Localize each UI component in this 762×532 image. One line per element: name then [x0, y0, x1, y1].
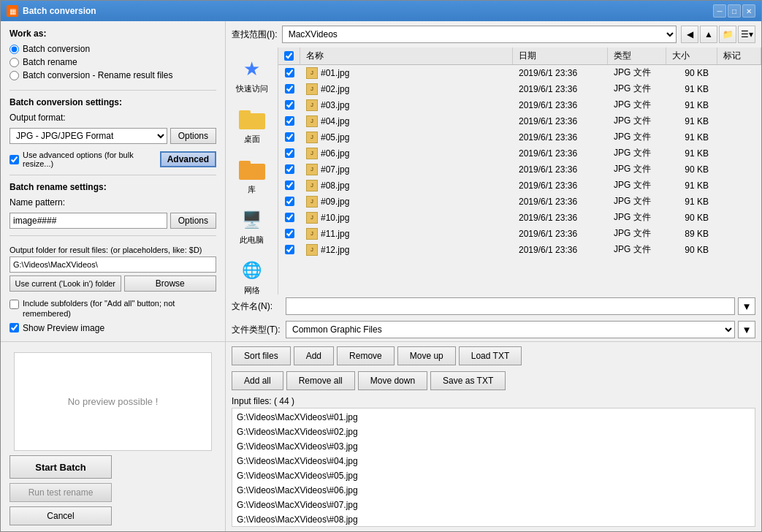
remove-button[interactable]: Remove — [337, 346, 395, 365]
row-size-4: 91 KB — [666, 132, 717, 142]
row-check-0[interactable] — [278, 68, 300, 77]
radio-batch-conversion-rename[interactable]: Batch conversion - Rename result files — [9, 70, 216, 80]
table-row[interactable]: J #03.jpg 2019/6/1 23:36 JPG 文件 91 KB — [278, 97, 761, 113]
row-check-3[interactable] — [278, 116, 300, 126]
row-size-2: 91 KB — [666, 100, 717, 110]
filetype-select[interactable]: Common Graphic Files — [286, 321, 735, 338]
file-browser-body: ★ 快速访问 桌面 — [226, 48, 761, 294]
advanced-checkbox-label[interactable]: Use advanced options (for bulk resize...… — [9, 151, 156, 168]
show-preview-checkbox[interactable] — [9, 323, 19, 332]
show-preview-label[interactable]: Show Preview image — [9, 323, 216, 333]
browse-button[interactable]: Browse — [124, 276, 216, 292]
col-header-name[interactable]: 名称 — [300, 48, 513, 64]
input-files-list[interactable]: G:\Videos\MacXVideos\#01.jpgG:\Videos\Ma… — [232, 408, 755, 527]
add-all-button[interactable]: Add all — [232, 371, 283, 390]
row-check-2[interactable] — [278, 100, 300, 110]
look-in-select[interactable]: MacXVideos — [282, 26, 677, 43]
table-row[interactable]: J #10.jpg 2019/6/1 23:36 JPG 文件 90 KB — [278, 210, 761, 226]
load-txt-button[interactable]: Load TXT — [459, 346, 522, 365]
row-check-8[interactable] — [278, 197, 300, 206]
nav-item-network[interactable]: 🌐 网络 — [227, 252, 277, 294]
cancel-button[interactable]: Cancel — [9, 506, 112, 525]
nav-item-desktop[interactable]: 桌面 — [227, 101, 277, 150]
advanced-button[interactable]: Advanced — [160, 151, 216, 167]
file-list-area: 名称 日期 类型 大小 标记 J #01.jpg 2019/6 — [278, 48, 761, 294]
table-row[interactable]: J #09.jpg 2019/6/1 23:36 JPG 文件 91 KB — [278, 194, 761, 210]
bottom-section: No preview possible ! Start Batch Run te… — [1, 341, 761, 531]
save-as-txt-button[interactable]: Save as TXT — [430, 371, 506, 390]
table-row[interactable]: J #06.jpg 2019/6/1 23:36 JPG 文件 91 KB — [278, 145, 761, 162]
add-button[interactable]: Add — [294, 346, 334, 365]
row-size-3: 91 KB — [666, 116, 717, 126]
include-subfolders-label[interactable]: Include subfolders (for "Add all" button… — [9, 298, 216, 319]
network-icon: 🌐 — [239, 257, 265, 284]
maximize-button[interactable]: □ — [728, 4, 741, 18]
file-list-scroll[interactable]: J #01.jpg 2019/6/1 23:36 JPG 文件 90 KB J … — [278, 65, 761, 294]
start-batch-button[interactable]: Start Batch — [9, 455, 112, 479]
row-check-5[interactable] — [278, 148, 300, 158]
up-button[interactable]: ▲ — [700, 26, 717, 43]
table-row[interactable]: J #04.jpg 2019/6/1 23:36 JPG 文件 91 KB — [278, 113, 761, 129]
nav-label-this-pc: 此电脑 — [240, 235, 264, 246]
name-options-button[interactable]: Options — [170, 213, 216, 229]
row-check-10[interactable] — [278, 229, 300, 238]
filetype-dropdown-btn[interactable]: ▼ — [738, 321, 755, 338]
row-check-11[interactable] — [278, 245, 300, 254]
new-folder-button[interactable]: 📁 — [719, 26, 736, 43]
list-item[interactable]: G:\Videos\MacXVideos\#02.jpg — [235, 425, 752, 439]
options-button[interactable]: Options — [170, 128, 216, 144]
table-row[interactable]: J #08.jpg 2019/6/1 23:36 JPG 文件 91 KB — [278, 178, 761, 194]
name-pattern-input[interactable] — [9, 213, 167, 229]
view-button[interactable]: ☰▾ — [738, 26, 755, 43]
list-item[interactable]: G:\Videos\MacXVideos\#06.jpg — [235, 483, 752, 498]
move-down-button[interactable]: Move down — [358, 371, 427, 390]
table-row[interactable]: J #05.jpg 2019/6/1 23:36 JPG 文件 91 KB — [278, 129, 761, 145]
col-header-type[interactable]: 类型 — [608, 48, 666, 64]
row-check-4[interactable] — [278, 132, 300, 142]
table-row[interactable]: J #02.jpg 2019/6/1 23:36 JPG 文件 91 KB — [278, 81, 761, 97]
output-path-input[interactable] — [9, 256, 216, 273]
radio-batch-conversion[interactable]: Batch conversion — [9, 44, 216, 54]
radio-batch-rename[interactable]: Batch rename — [9, 57, 216, 67]
advanced-checkbox[interactable] — [9, 155, 19, 164]
remove-all-button[interactable]: Remove all — [286, 371, 355, 390]
col-header-date[interactable]: 日期 — [513, 48, 608, 64]
back-button[interactable]: ◀ — [681, 26, 698, 43]
list-item[interactable]: G:\Videos\MacXVideos\#01.jpg — [235, 410, 752, 425]
table-row[interactable]: J #11.jpg 2019/6/1 23:36 JPG 文件 89 KB — [278, 226, 761, 242]
row-date-11: 2019/6/1 23:36 — [513, 245, 608, 255]
filename-input[interactable] — [286, 297, 735, 315]
table-row[interactable]: J #01.jpg 2019/6/1 23:36 JPG 文件 90 KB — [278, 65, 761, 81]
nav-item-this-pc[interactable]: 🖥️ 此电脑 — [227, 202, 277, 251]
col-header-tag[interactable]: 标记 — [717, 48, 761, 64]
table-row[interactable]: J #12.jpg 2019/6/1 23:36 JPG 文件 90 KB — [278, 242, 761, 258]
close-button[interactable]: ✕ — [742, 4, 755, 18]
row-name-9: J #10.jpg — [300, 212, 513, 224]
minimize-button[interactable]: ─ — [713, 4, 726, 18]
nav-item-quick-access[interactable]: ★ 快速访问 — [227, 50, 277, 99]
use-current-button[interactable]: Use current ('Look in') folder — [9, 276, 121, 292]
filename-open-btn[interactable]: ▼ — [738, 297, 755, 315]
col-header-check[interactable] — [278, 48, 300, 64]
table-row[interactable]: J #07.jpg 2019/6/1 23:36 JPG 文件 90 KB — [278, 162, 761, 178]
list-item[interactable]: G:\Videos\MacXVideos\#04.jpg — [235, 454, 752, 468]
filetype-row: 文件类型(T): Common Graphic Files ▼ — [226, 318, 761, 341]
move-up-button[interactable]: Move up — [397, 346, 456, 365]
check-all[interactable] — [284, 51, 294, 61]
row-check-7[interactable] — [278, 180, 300, 190]
list-item[interactable]: G:\Videos\MacXVideos\#05.jpg — [235, 468, 752, 483]
run-test-button[interactable]: Run test rename — [9, 483, 112, 502]
col-header-size[interactable]: 大小 — [666, 48, 717, 64]
format-select[interactable]: JPG - JPG/JPEG Format — [9, 128, 167, 144]
action-buttons-row1: Sort files Add Remove Move up Load TXT — [226, 342, 761, 370]
row-type-0: JPG 文件 — [608, 66, 666, 79]
sort-files-button[interactable]: Sort files — [232, 346, 291, 365]
list-item[interactable]: G:\Videos\MacXVideos\#07.jpg — [235, 498, 752, 512]
row-check-6[interactable] — [278, 164, 300, 174]
list-item[interactable]: G:\Videos\MacXVideos\#03.jpg — [235, 439, 752, 454]
row-check-9[interactable] — [278, 213, 300, 222]
list-item[interactable]: G:\Videos\MacXVideos\#08.jpg — [235, 512, 752, 527]
row-check-1[interactable] — [278, 84, 300, 94]
nav-item-library[interactable]: 库 — [227, 151, 277, 200]
include-subfolders-checkbox[interactable] — [9, 300, 19, 309]
